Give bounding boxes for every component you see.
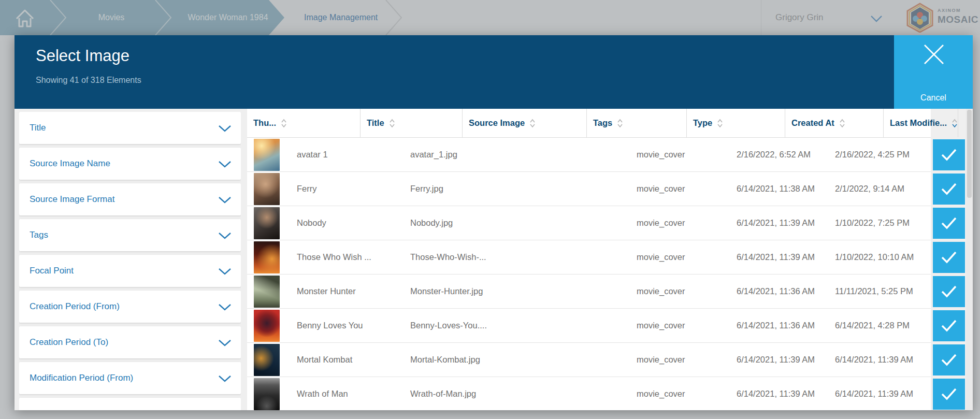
checkmark-icon [941,216,957,230]
select-row-button[interactable] [933,276,965,307]
filter-accordion-item[interactable]: Tags [19,219,241,251]
filter-accordion-item[interactable]: Source Image Format [19,183,241,215]
title-cell: Wrath of Man [291,389,404,399]
column-header[interactable]: Title [361,109,463,137]
checkmark-icon [941,182,957,196]
source-image-cell: Nobody.jpg [404,218,506,228]
column-header[interactable]: Type [687,109,785,137]
filter-accordion-item[interactable]: Creation Period (To) [19,326,241,358]
chevron-down-icon [218,196,232,204]
table-header-row: Thu... Title [247,109,931,138]
title-cell: Those Who Wish ... [291,252,404,262]
created-at-cell: 6/14/2021, 11:39 AM [730,355,829,365]
type-cell: movie_cover [630,150,730,160]
column-header[interactable]: Last Modifie... [884,109,958,137]
filter-accordion-item[interactable]: Focal Point [19,255,241,287]
column-header-label: Last Modifie... [890,118,947,128]
title-cell: Ferry [291,184,404,194]
dialog-title: Select Image [36,47,129,65]
image-table: Thu... Title [247,109,967,410]
dialog-header: Select Image Showing 41 of 318 Elements [15,35,973,109]
filter-accordion-item[interactable]: Modification Period (From) [19,362,241,394]
chevron-down-icon [218,304,232,311]
last-modified-cell: 6/14/2021, 4:28 PM [829,321,927,330]
type-cell: movie_cover [630,389,730,399]
select-row-button[interactable] [933,310,965,341]
select-row-button[interactable] [933,379,965,410]
select-image-dialog: Select Image Showing 41 of 318 Elements … [15,35,973,410]
source-image-cell: Wrath-of-Man.jpg [404,389,506,399]
filter-label: Source Image Format [30,183,114,215]
close-icon [923,44,945,65]
select-row-button[interactable] [933,242,965,273]
checkmark-icon [941,387,957,401]
thumbnail-image [254,139,280,171]
last-modified-cell: 1/10/2022, 10:10 AM [829,252,927,262]
select-row-button[interactable] [933,344,965,375]
table-row: Those Who Wish ... Those-Who-Wish-... mo… [247,240,931,274]
table-scrollbar[interactable] [966,109,973,410]
cancel-button[interactable]: Cancel [894,35,973,109]
created-at-cell: 2/16/2022, 6:52 AM [730,150,829,160]
sort-arrows-icon [952,119,958,128]
dialog-result-count: Showing 41 of 318 Elements [36,76,141,85]
type-cell: movie_cover [630,252,730,262]
source-image-cell: avatar_1.jpg [404,150,506,160]
filter-accordion-item[interactable]: Source Image Name [19,148,241,180]
title-cell: Benny Loves You [291,321,404,330]
type-cell: movie_cover [630,218,730,228]
created-at-cell: 6/14/2021, 11:39 AM [730,252,829,262]
filter-accordion-item[interactable]: Modification Period (To) [19,398,241,410]
thumbnail-image [254,310,280,342]
source-image-cell: Those-Who-Wish-... [404,252,506,262]
filter-label: Creation Period (To) [30,326,108,358]
type-cell: movie_cover [630,355,730,365]
source-image-cell: Monster-Hunter.jpg [404,286,506,296]
table-row: Wrath of Man Wrath-of-Man.jpg movie_cove… [247,377,931,410]
column-header-label: Thu... [253,118,276,128]
select-row-button[interactable] [933,139,965,170]
column-header[interactable]: Thu... [247,109,361,137]
sort-arrows-icon [839,119,845,128]
filter-label: Title [30,112,46,144]
filter-accordion-item[interactable]: Creation Period (From) [19,291,241,323]
thumbnail-cell [247,344,291,376]
column-header-label: Source Image [469,118,525,128]
column-header-label: Created At [791,118,834,128]
column-header[interactable]: Created At [785,109,884,137]
thumbnail-image [254,378,280,410]
created-at-cell: 6/14/2021, 11:39 AM [730,389,829,399]
type-cell: movie_cover [630,321,730,330]
created-at-cell: 6/14/2021, 11:39 AM [730,218,829,228]
table-row: Nobody Nobody.jpg movie_cover 6/14/2021,… [247,206,931,240]
checkmark-icon [941,285,957,298]
sort-arrows-icon [281,119,287,128]
table-body: avatar 1 avatar_1.jpg movie_cover 2/16/2… [247,138,967,410]
scrollbar-thumb[interactable] [967,110,972,198]
chevron-down-icon [218,339,232,346]
sort-arrows-icon [617,119,623,128]
select-row-button[interactable] [933,208,965,239]
last-modified-cell: 2/1/2022, 9:14 AM [829,184,927,194]
column-header[interactable]: Tags [587,109,687,137]
column-header[interactable]: Source Image [463,109,587,137]
filter-accordion-item[interactable]: Title [19,112,241,144]
thumbnail-image [254,276,280,308]
select-row-button[interactable] [933,174,965,205]
title-cell: Nobody [291,218,404,228]
thumbnail-cell [247,207,291,239]
cancel-button-label: Cancel [894,93,973,103]
chevron-down-icon [218,232,232,239]
thumbnail-cell [247,173,291,205]
type-cell: movie_cover [630,286,730,296]
checkmark-icon [941,148,957,162]
column-header-label: Tags [593,118,612,128]
last-modified-cell: 6/14/2021, 11:39 AM [829,355,927,365]
thumbnail-cell [247,139,291,171]
created-at-cell: 6/14/2021, 11:36 AM [730,321,829,330]
title-cell: avatar 1 [291,150,404,160]
filter-panel: Title Source Image Name Source Image For… [19,112,241,410]
chevron-down-icon [218,161,232,168]
last-modified-cell: 6/14/2021, 11:39 AM [829,389,927,399]
title-cell: Monster Hunter [291,286,404,296]
